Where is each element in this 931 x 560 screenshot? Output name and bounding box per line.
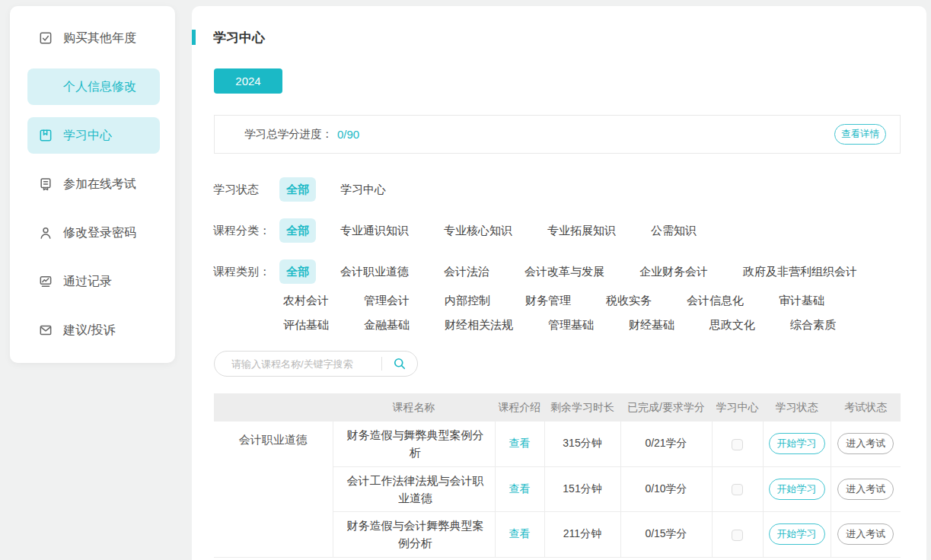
duration-cell: 211分钟 [544,512,620,558]
filter-all-pill[interactable]: 全部 [279,177,316,202]
credits-cell: 0/10学分 [620,466,712,512]
course-name-cell: 财务造假与舞弊典型案例分析 [333,422,495,466]
filter-option[interactable]: 税收实务 [606,294,652,308]
user-icon [38,225,53,240]
filter-option[interactable]: 学习中心 [340,183,386,197]
search-input[interactable] [230,358,381,371]
header-category [214,393,333,422]
check-square-icon [38,30,53,46]
sidebar-item-profile-edit[interactable]: 个人信息修改 [27,68,160,105]
filter-label: 课程类别： [213,265,279,279]
filter-option[interactable]: 会计信息化 [687,294,744,308]
table-row: 会计职业道德 财务造假与舞弊典型案例分析 查看 315分钟 0/21学分 开始学… [214,422,901,466]
search-icon[interactable] [382,356,417,371]
sidebar-item-suggestions[interactable]: 建议/投诉 [27,312,160,348]
filters: 学习状态 全部 学习中心 课程分类： 全部 专业通识知识 专业核心知识 专业拓展… [213,177,926,332]
filter-option[interactable]: 管理会计 [364,294,410,308]
filter-option[interactable]: 公需知识 [651,224,697,238]
sidebar-item-pass-records[interactable]: 通过记录 [27,263,160,300]
progress-summary-box: 学习总学分进度： 0/90 查看详情 [214,115,901,154]
filter-option[interactable]: 专业通识知识 [340,224,409,238]
empty-icon-placeholder [38,79,53,94]
filter-option[interactable]: 财经基础 [629,318,674,332]
filter-option[interactable]: 评估基础 [283,318,329,332]
filter-option[interactable]: 综合素质 [790,318,836,332]
header-course-name: 课程名称 [333,393,495,422]
header-exam-status: 考试状态 [831,393,901,422]
select-checkbox[interactable] [732,484,743,495]
header-study-status: 学习状态 [763,393,831,422]
filter-label: 课程分类： [213,224,279,238]
course-search-box [214,351,418,377]
sidebar-item-online-exam[interactable]: 参加在线考试 [27,166,160,202]
filter-option[interactable]: 会计改革与发展 [524,265,604,279]
view-link[interactable]: 查看 [509,437,531,449]
title-accent-bar [192,30,196,45]
sidebar-item-learning-center[interactable]: 学习中心 [27,117,160,154]
filter-option[interactable]: 会计法治 [444,265,489,279]
filter-row-course-category: 课程类别： 全部 会计职业道德 会计法治 会计改革与发展 企业财务会计 政府及非… [213,259,926,284]
sidebar-item-label: 通过记录 [63,274,112,290]
course-name-cell: 会计工作法律法规与会计职业道德 [333,466,495,512]
filter-option[interactable]: 政府及非营利组织会计 [743,265,857,279]
mail-icon [38,323,53,338]
filter-option[interactable]: 内部控制 [445,294,490,308]
filter-option[interactable]: 审计基础 [779,294,824,308]
header-learning-center: 学习中心 [712,393,763,422]
view-link[interactable]: 查看 [509,482,531,495]
page-title: 学习中心 [213,29,926,46]
filter-option[interactable]: 财务管理 [525,294,571,308]
filter-option[interactable]: 专业核心知识 [444,224,512,238]
select-checkbox[interactable] [732,439,743,450]
select-checkbox[interactable] [732,530,743,541]
main-panel: 学习中心 2024 学习总学分进度： 0/90 查看详情 学习状态 全部 学习中… [192,6,926,560]
sidebar-item-buy-other-years[interactable]: 购买其他年度 [27,20,160,56]
filter-option[interactable]: 企业财务会计 [639,265,708,279]
progress-value: 0/90 [337,128,359,141]
sidebar-item-label: 修改登录密码 [63,225,136,241]
filter-option[interactable]: 专业拓展知识 [547,224,616,238]
duration-cell: 151分钟 [544,466,620,512]
header-course-intro: 课程介绍 [495,393,544,422]
monitor-chart-icon [38,274,53,289]
view-link[interactable]: 查看 [509,527,531,539]
year-tab-2024[interactable]: 2024 [214,68,282,94]
filter-option[interactable]: 金融基础 [364,318,410,332]
filter-option[interactable]: 管理基础 [548,318,594,332]
sidebar-item-label: 购买其他年度 [63,30,136,46]
course-name-cell: 财务造假与会计舞弊典型案例分析 [333,512,495,558]
header-remaining-time: 剩余学习时长 [544,393,620,422]
enter-exam-button[interactable]: 进入考试 [837,479,894,500]
sidebar: 购买其他年度 个人信息修改 学习中心 参加在线考试 修改登录密码 通过记录 建议… [10,6,175,363]
duration-cell: 315分钟 [544,422,620,466]
filter-row-course-category-line2: 农村会计 管理会计 内部控制 财务管理 税收实务 会计信息化 审计基础 [283,294,926,308]
course-table: 课程名称 课程介绍 剩余学习时长 已完成/要求学分 学习中心 学习状态 考试状态… [214,393,901,558]
filter-option[interactable]: 思政文化 [709,318,755,332]
view-details-button[interactable]: 查看详情 [834,124,886,145]
category-cell: 会计职业道德 [214,422,333,557]
sidebar-item-change-password[interactable]: 修改登录密码 [27,215,160,251]
enter-exam-button[interactable]: 进入考试 [837,523,894,545]
filter-row-study-status: 学习状态 全部 学习中心 [213,177,926,202]
exam-file-icon [38,177,53,192]
filter-option[interactable]: 财经相关法规 [445,318,513,332]
enter-exam-button[interactable]: 进入考试 [837,433,894,454]
filter-all-pill[interactable]: 全部 [279,218,316,243]
start-study-button[interactable]: 开始学习 [769,433,825,454]
sidebar-item-label: 个人信息修改 [63,79,136,95]
sidebar-item-label: 建议/投诉 [63,323,115,339]
credits-cell: 0/21学分 [620,422,712,466]
start-study-button[interactable]: 开始学习 [769,523,825,545]
start-study-button[interactable]: 开始学习 [769,479,825,500]
table-header-row: 课程名称 课程介绍 剩余学习时长 已完成/要求学分 学习中心 学习状态 考试状态 [214,393,901,422]
filter-option[interactable]: 会计职业道德 [340,265,409,279]
header-credits: 已完成/要求学分 [620,393,712,422]
title-row: 学习中心 [192,6,926,46]
bookmark-book-icon [38,128,53,143]
filter-row-course-category-line3: 评估基础 金融基础 财经相关法规 管理基础 财经基础 思政文化 综合素质 [283,318,926,332]
sidebar-item-label: 学习中心 [63,128,112,144]
filter-label: 学习状态 [213,183,279,197]
progress-label: 学习总学分进度： [244,127,333,142]
filter-all-pill[interactable]: 全部 [279,259,316,284]
filter-option[interactable]: 农村会计 [283,294,329,308]
